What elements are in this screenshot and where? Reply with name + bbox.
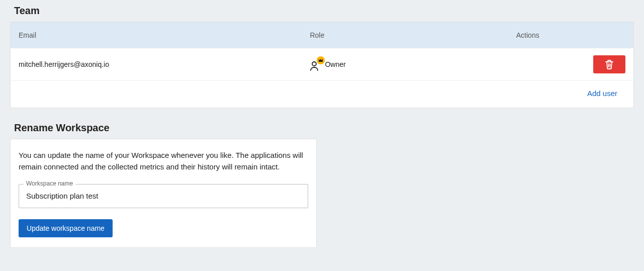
rename-description: You can update the name of your Workspac… [19, 149, 308, 173]
update-workspace-name-button[interactable]: Update workspace name [19, 219, 113, 237]
add-user-row: Add user [11, 81, 633, 108]
team-card: Email Role Actions mitchell.herrijgers@a… [10, 22, 634, 108]
crown-icon [317, 56, 325, 64]
team-section-title: Team [14, 5, 634, 17]
add-user-link[interactable]: Add user [587, 89, 617, 98]
header-role: Role [310, 31, 516, 39]
owner-icon [310, 58, 321, 71]
workspace-name-field-wrap: Workspace name [19, 184, 308, 208]
header-actions: Actions [516, 31, 625, 39]
row-role: Owner [310, 58, 516, 71]
team-table-header: Email Role Actions [11, 22, 633, 48]
row-email: mitchell.herrijgers@axoniq.io [19, 60, 310, 68]
header-email: Email [19, 31, 310, 39]
rename-card: You can update the name of your Workspac… [10, 139, 317, 248]
table-row: mitchell.herrijgers@axoniq.io Owner [11, 48, 633, 81]
row-role-label: Owner [325, 60, 345, 68]
workspace-name-label: Workspace name [24, 180, 75, 187]
row-actions [516, 55, 625, 73]
delete-user-button[interactable] [593, 55, 625, 73]
svg-point-0 [312, 62, 316, 66]
rename-section-title: Rename Workspace [14, 122, 634, 134]
workspace-name-input[interactable] [19, 184, 308, 208]
trash-icon [605, 59, 614, 69]
